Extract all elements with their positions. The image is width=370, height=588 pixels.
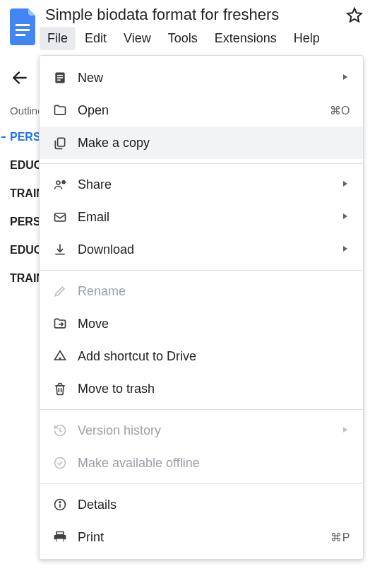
menu-item-version-history: Version history [40, 414, 363, 447]
offline-icon [52, 455, 68, 471]
menu-label: Move [78, 317, 350, 331]
menu-item-make-copy[interactable]: Make a copy [40, 127, 363, 159]
shortcut-label: ⌘P [330, 531, 350, 544]
svg-point-9 [56, 181, 60, 184]
menu-label: Rename [78, 284, 350, 299]
menu-label: Email [78, 210, 342, 225]
svg-rect-0 [16, 24, 30, 26]
menu-item-move-to-trash[interactable]: Move to trash [40, 372, 363, 405]
menu-item-add-shortcut[interactable]: Add shortcut to Drive [40, 340, 363, 372]
menu-item-available-offline: Make available offline [40, 447, 363, 479]
menu-item-move[interactable]: Move [40, 307, 363, 340]
folder-open-icon [52, 102, 68, 118]
svg-rect-5 [57, 75, 63, 76]
menu-file[interactable]: File [40, 27, 76, 50]
menu-label: Download [78, 242, 342, 257]
menu-label: New [78, 71, 342, 86]
docs-logo-icon[interactable] [10, 8, 38, 45]
svg-rect-8 [58, 138, 65, 146]
drive-shortcut-icon [52, 348, 68, 364]
menu-item-details[interactable]: Details [40, 488, 363, 521]
menu-label: Print [78, 530, 330, 545]
info-icon [52, 497, 68, 512]
shortcut-label: ⌘O [330, 104, 350, 117]
menu-item-open[interactable]: Open ⌘O [40, 94, 363, 127]
print-icon [52, 529, 68, 545]
file-menu: New Open ⌘O Make a copy Share Email [39, 55, 364, 560]
back-arrow-icon[interactable] [10, 68, 30, 88]
svg-rect-1 [16, 29, 30, 31]
svg-rect-22 [57, 539, 63, 543]
menu-separator [40, 409, 363, 410]
menu-item-download[interactable]: Download [40, 233, 363, 266]
menu-label: Open [78, 103, 330, 118]
menu-extensions[interactable]: Extensions [207, 27, 285, 50]
submenu-caret-icon [342, 180, 350, 189]
menu-label: Move to trash [78, 382, 350, 396]
menu-label: Details [78, 498, 350, 512]
svg-point-18 [55, 458, 66, 469]
menu-separator [40, 163, 363, 164]
menu-view[interactable]: View [116, 27, 159, 50]
submenu-caret-icon [342, 213, 350, 221]
history-icon [52, 423, 68, 438]
menu-help[interactable]: Help [286, 27, 328, 50]
menu-label: Make a copy [78, 136, 350, 151]
menu-separator [40, 483, 363, 484]
menu-label: Version history [78, 423, 342, 438]
move-icon [52, 316, 68, 331]
svg-rect-7 [57, 80, 61, 81]
menu-label: Make available offline [78, 456, 350, 471]
menu-edit[interactable]: Edit [77, 27, 114, 50]
svg-rect-6 [57, 77, 63, 78]
share-icon [52, 177, 68, 192]
menubar: File Edit View Tools Extensions Help [40, 27, 345, 50]
document-title[interactable]: Simple biodata format for freshers [44, 3, 345, 25]
email-icon [52, 209, 68, 225]
menu-label: Add shortcut to Drive [78, 349, 350, 364]
menu-item-email[interactable]: Email [40, 201, 363, 233]
menu-separator [40, 270, 363, 271]
titlebar: Simple biodata format for freshers File … [0, 0, 370, 49]
menu-item-print[interactable]: Print ⌘P [40, 521, 363, 553]
menu-label: Share [78, 177, 342, 192]
download-icon [52, 242, 68, 257]
submenu-caret-icon [342, 245, 350, 254]
copy-icon [52, 135, 68, 151]
rename-icon [52, 283, 68, 299]
new-doc-icon [52, 70, 68, 86]
menu-tools[interactable]: Tools [160, 27, 205, 50]
trash-icon [52, 381, 68, 396]
submenu-caret-icon [342, 74, 350, 82]
menu-item-rename: Rename [40, 275, 363, 307]
star-icon[interactable] [345, 6, 364, 25]
svg-rect-13 [55, 213, 66, 221]
svg-point-21 [59, 502, 61, 503]
menu-item-new[interactable]: New [40, 61, 363, 94]
menu-item-share[interactable]: Share [40, 168, 363, 201]
svg-rect-2 [16, 34, 25, 36]
submenu-caret-icon [342, 426, 350, 435]
title-area: Simple biodata format for freshers File … [44, 3, 345, 50]
